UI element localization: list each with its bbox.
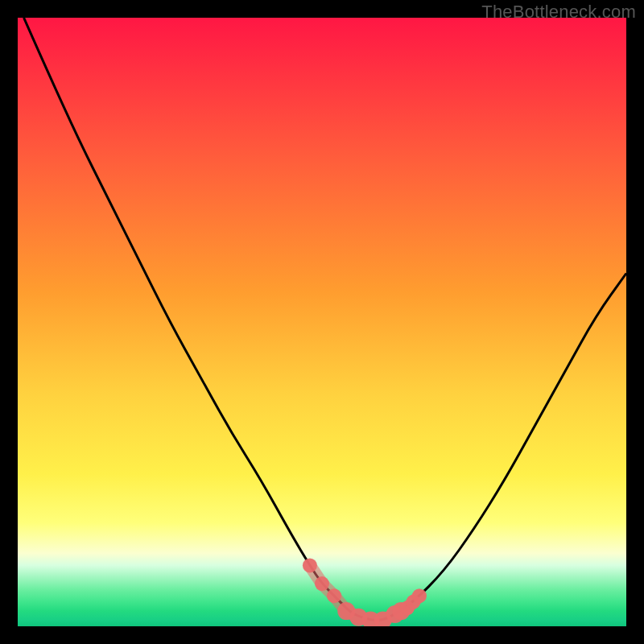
marker-point	[303, 558, 317, 572]
marker-point	[412, 588, 427, 603]
marker-point	[315, 576, 329, 591]
background-gradient	[18, 18, 626, 626]
watermark-text: TheBottleneck.com	[481, 2, 636, 23]
marker-point	[327, 588, 341, 603]
chart-svg	[18, 18, 626, 626]
chart-frame: TheBottleneck.com	[0, 0, 644, 644]
plot-area	[18, 18, 626, 626]
